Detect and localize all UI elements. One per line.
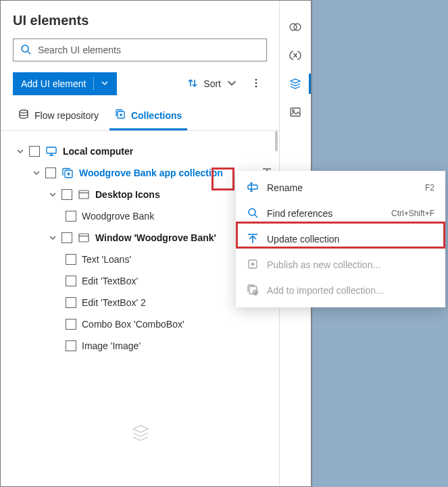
menu-item-add-to-imported: Add to imported collection... [236,278,445,303]
close-button[interactable] [259,10,267,30]
checkbox[interactable] [66,297,76,308]
menu-shortcut: Ctrl+Shift+F [391,209,434,218]
add-ui-element-label: Add UI element [21,78,86,89]
tab-flow-repository[interactable]: Flow repository [13,102,104,130]
tree-node-root[interactable]: Local computer [3,140,276,162]
search-icon [20,44,36,57]
chevron-down-icon[interactable] [17,146,24,157]
tab-label: Collections [131,110,182,121]
svg-rect-9 [79,234,89,242]
tree-node-item[interactable]: Image 'Image' [3,335,276,357]
checkbox[interactable] [66,276,76,286]
checkbox[interactable] [61,189,72,200]
scrollbar-thumb[interactable] [275,131,278,151]
context-menu: Rename F2 Find references Ctrl+Shift+F U… [236,171,445,307]
rename-icon [247,181,259,195]
node-label: Edit 'TextBox' 2 [82,297,146,308]
add-ui-element-button[interactable]: Add UI element [13,72,117,95]
menu-label: Add to imported collection... [267,285,384,296]
checkbox[interactable] [66,254,76,265]
svg-point-2 [255,82,257,84]
menu-item-find-references[interactable]: Find references Ctrl+Shift+F [236,201,445,226]
svg-point-15 [249,209,255,215]
checkbox[interactable] [29,146,40,157]
menu-label: Publish as new collection... [267,259,380,270]
window-icon [78,232,90,244]
repository-icon [18,109,29,122]
collection-icon [61,167,74,179]
rail-item-variables[interactable] [280,41,311,70]
node-label: Desktop Icons [95,189,160,200]
menu-item-update-collection[interactable]: Update collection [236,226,445,252]
tab-label: Flow repository [34,110,99,121]
menu-item-publish: Publish as new collection... [236,252,445,278]
svg-point-0 [22,45,28,52]
svg-rect-14 [248,185,257,189]
rail-item-copilot[interactable] [280,13,311,41]
window-icon [78,188,90,201]
sort-label: Sort [203,78,221,89]
checkbox[interactable] [66,340,76,351]
more-button[interactable] [245,74,267,95]
svg-point-10 [290,24,297,30]
add-collection-icon [247,284,259,298]
checkbox[interactable] [66,211,76,222]
node-label: Edit 'TextBox' [82,276,138,286]
tab-collections[interactable]: Collections [109,102,187,130]
search-box[interactable] [13,39,267,61]
search-input[interactable] [36,44,259,56]
rail-item-images[interactable] [280,98,311,126]
svg-point-1 [255,78,257,80]
menu-label: Rename [267,182,303,193]
rail-item-ui-elements[interactable] [280,70,311,98]
svg-rect-8 [79,190,89,199]
checkbox[interactable] [45,168,56,178]
node-label: Window 'Woodgrove Bank' [95,232,216,243]
svg-rect-6 [47,147,56,153]
node-label: Text 'Loans' [82,254,131,265]
checkbox[interactable] [66,319,76,330]
svg-point-13 [293,110,295,112]
collections-icon [115,109,126,122]
node-label: Woodgrove Bank app collection [79,168,223,178]
layers-watermark-icon [1,424,280,442]
chevron-down-icon [101,78,109,89]
menu-label: Update collection [267,234,339,245]
svg-point-3 [255,85,257,87]
sort-icon [187,78,198,91]
panel-title: UI elements [13,13,89,28]
tree-node-item[interactable]: Combo Box 'ComboBox' [3,313,276,335]
search-icon [247,207,259,221]
chevron-down-icon[interactable] [49,189,56,200]
svg-point-4 [20,110,28,113]
menu-shortcut: F2 [425,183,434,193]
chevron-down-icon [226,78,237,91]
publish-icon [247,258,259,272]
menu-label: Find references [267,208,332,219]
svg-point-11 [294,24,301,30]
sort-button[interactable]: Sort [184,74,240,95]
chevron-down-icon[interactable] [49,232,56,243]
upload-icon [247,232,259,247]
node-label: Local computer [63,146,133,157]
node-label: Woodgrove Bank [82,211,154,222]
computer-icon [45,145,57,157]
menu-item-rename[interactable]: Rename F2 [236,175,445,201]
node-label: Image 'Image' [82,340,141,351]
chevron-down-icon[interactable] [33,168,40,178]
checkbox[interactable] [61,232,72,243]
node-label: Combo Box 'ComboBox' [82,319,184,330]
